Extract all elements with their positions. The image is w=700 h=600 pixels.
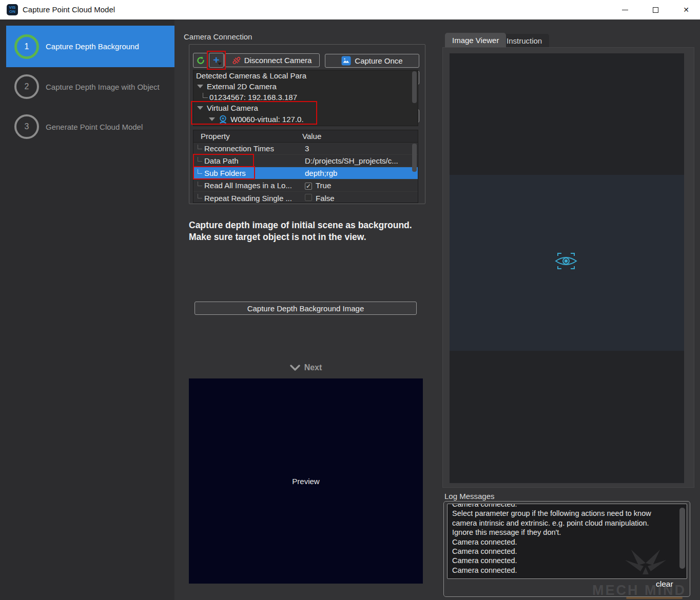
step-sidebar: 1 Capture Depth Background 2 Capture Dep… <box>0 19 174 600</box>
capture-depth-background-image-button[interactable]: Capture Depth Background Image <box>195 302 417 315</box>
log-line: Camera connected. <box>452 566 682 575</box>
disconnect-camera-label: Disconnect Camera <box>244 56 312 65</box>
log-line: Camera connected. <box>452 556 682 565</box>
tree-branch-line <box>198 169 202 174</box>
camera-tree-header: Detected Cameras & Local Para <box>193 70 418 81</box>
expand-arrow-icon[interactable] <box>197 85 203 88</box>
refresh-cameras-button[interactable] <box>193 53 208 68</box>
window-title: Capture Point Cloud Model <box>23 5 115 14</box>
camera-connection-title: Camera Connection <box>184 32 252 41</box>
disconnect-icon <box>232 56 241 65</box>
maximize-button[interactable] <box>644 0 667 19</box>
clear-log-button[interactable]: clear <box>656 579 673 589</box>
log-messages-title: Log Messages <box>444 492 495 501</box>
log-text: Camera connected. Select parameter group… <box>448 504 687 575</box>
tree-item-external-2d-camera[interactable]: External 2D Camera <box>193 81 418 92</box>
refresh-icon <box>196 56 205 65</box>
property-table-header: Property Value <box>193 130 418 143</box>
step-2-label: Capture Depth Image with Object <box>46 83 160 91</box>
table-row-reconnection-times[interactable]: Reconnection Times 3 <box>193 143 418 155</box>
close-button[interactable]: ✕ <box>674 0 698 19</box>
step-3-number-badge: 3 <box>14 114 39 139</box>
close-icon: ✕ <box>683 6 689 13</box>
camera-property-table: Property Value Reconnection Times 3 Data… <box>193 130 418 203</box>
minimize-button[interactable] <box>613 0 637 19</box>
tree-branch-line <box>198 182 202 186</box>
step-2-number-badge: 2 <box>14 74 39 99</box>
tree-branch-line <box>198 194 202 198</box>
log-line: Camera connected. <box>452 504 682 509</box>
tree-item-external-camera-address[interactable]: 01234567: 192.168.3.187 <box>193 92 418 103</box>
log-line: Select parameter group if the following … <box>452 509 682 518</box>
tree-scrollbar[interactable] <box>412 71 417 103</box>
viewer-letterbox-top <box>450 53 684 175</box>
step-instruction-text: Capture depth image of initial scene as … <box>189 219 419 243</box>
maximize-icon <box>653 7 658 13</box>
camera-tree: Detected Cameras & Local Para External 2… <box>193 70 418 126</box>
checkbox-checked-icon[interactable]: ✓ <box>305 183 312 190</box>
tab-image-viewer-label: Image Viewer <box>452 36 499 45</box>
log-panel: Camera connected. Select parameter group… <box>443 501 690 597</box>
capture-once-icon <box>341 56 351 66</box>
title-bar: VIS ON Capture Point Cloud Model ✕ <box>0 0 700 19</box>
tree-item-virtual-camera-address[interactable]: W0060-virtual: 127.0. <box>193 114 418 125</box>
table-row-sub-folders[interactable]: Sub Folders depth;rgb <box>193 167 418 179</box>
capture-once-label: Capture Once <box>355 56 402 65</box>
webcam-icon <box>218 114 228 124</box>
log-line: Ignore this message if they don't. <box>452 528 682 537</box>
tree-branch-line <box>198 145 202 149</box>
step-1-capture-depth-background[interactable]: 1 Capture Depth Background <box>6 26 174 67</box>
tab-instruction-label: Instruction <box>507 36 542 45</box>
add-camera-button[interactable]: + <box>209 53 224 68</box>
tab-instruction[interactable]: Instruction <box>499 34 549 47</box>
log-line: camera intrinsic and extrinsic. e.g. poi… <box>452 518 682 528</box>
tree-branch-line <box>198 157 202 162</box>
table-row-read-all-images[interactable]: Read All Images in a Lo... ✓True <box>193 179 418 192</box>
eye-scan-icon <box>554 251 578 271</box>
tree-branch-line <box>203 93 208 98</box>
tab-image-viewer[interactable]: Image Viewer <box>445 33 506 47</box>
step-2-capture-depth-image-with-object[interactable]: 2 Capture Depth Image with Object <box>6 74 174 99</box>
tree-item-virtual-camera[interactable]: Virtual Camera <box>193 103 418 113</box>
table-row-data-path[interactable]: Data Path D:/projects/SH_projects/c... <box>193 155 418 167</box>
capture-once-button[interactable]: Capture Once <box>325 54 419 68</box>
viewer-letterbox-bottom <box>450 351 684 483</box>
viewer-placeholder <box>554 251 578 271</box>
column-header-value: Value <box>302 132 321 141</box>
next-step-button[interactable]: Next <box>189 361 423 375</box>
capture-depth-background-image-label: Capture Depth Background Image <box>247 304 364 313</box>
step-1-number-badge: 1 <box>14 34 39 59</box>
minimize-icon <box>622 10 628 10</box>
log-scrollbar[interactable] <box>679 508 685 569</box>
disconnect-camera-button[interactable]: Disconnect Camera <box>224 53 320 67</box>
preview-area: Preview <box>189 378 423 584</box>
add-dropdown-caret-icon <box>218 63 222 65</box>
checkbox-unchecked-icon[interactable] <box>305 194 312 201</box>
preview-label: Preview <box>292 477 319 486</box>
table-row-repeat-reading[interactable]: Repeat Reading Single ... False <box>193 192 418 203</box>
step-3-generate-point-cloud-model[interactable]: 3 Generate Point Cloud Model <box>6 114 174 139</box>
step-1-label: Capture Depth Background <box>46 42 139 51</box>
expand-arrow-icon[interactable] <box>197 106 203 110</box>
column-header-property: Property <box>201 132 302 141</box>
expand-arrow-icon[interactable] <box>209 117 215 121</box>
log-line: Camera connected. <box>452 547 682 556</box>
step-3-label: Generate Point Cloud Model <box>46 123 143 131</box>
next-label: Next <box>304 363 322 372</box>
brand-watermark-subtitle <box>626 597 683 599</box>
chevron-down-icon <box>290 365 300 371</box>
log-line: Camera connected. <box>452 537 682 547</box>
table-scrollbar[interactable] <box>412 144 417 172</box>
app-logo-icon: VIS ON <box>7 4 18 15</box>
log-message-box[interactable]: Camera connected. Select parameter group… <box>447 504 687 579</box>
